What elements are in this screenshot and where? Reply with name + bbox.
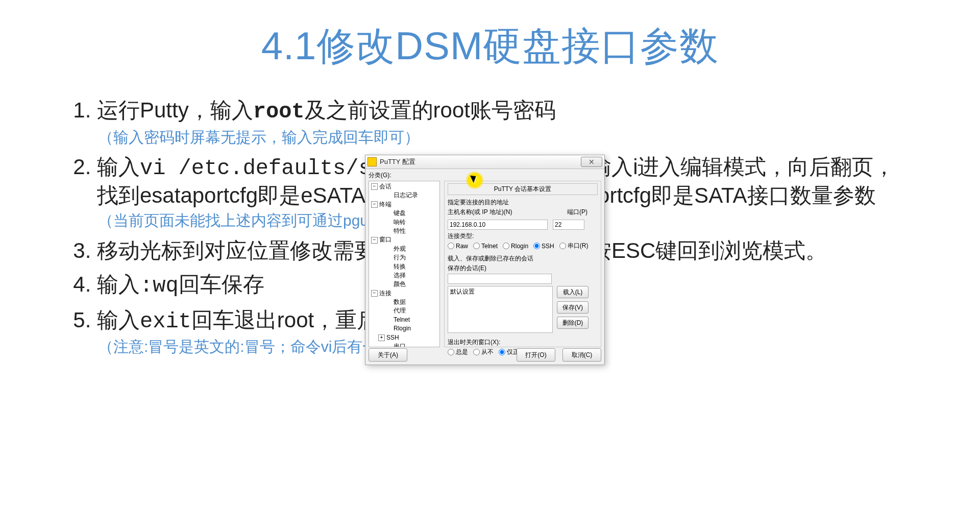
host-input[interactable] xyxy=(448,220,548,230)
tree-item[interactable]: −窗口 xyxy=(369,235,439,244)
port-label: 端口(P) xyxy=(567,208,598,217)
session-panel: PuTTY 会话基本设置 指定要连接的目的地址 主机名称(或 IP 地址)(N)… xyxy=(444,181,601,347)
radio-serial[interactable]: 串口(R) xyxy=(559,242,589,250)
tree-item-label: SSH xyxy=(386,334,399,341)
tree-item[interactable]: 行为 xyxy=(369,253,439,262)
tree-item[interactable]: Telnet xyxy=(369,316,439,324)
tree-item[interactable]: +SSH xyxy=(369,333,439,342)
panel-title: PuTTY 会话基本设置 xyxy=(448,183,598,195)
sessions-label: 载入、保存或删除已存在的会话 xyxy=(448,254,598,263)
tree-item-label: Telnet xyxy=(394,316,410,323)
radio-telnet[interactable]: Telnet xyxy=(473,242,498,250)
tree-item-label: 行为 xyxy=(394,254,406,261)
collapse-icon[interactable]: − xyxy=(371,237,378,244)
tree-item[interactable]: 外观 xyxy=(369,245,439,253)
tree-item-label: 选择 xyxy=(394,272,406,279)
putty-title: PuTTY 配置 xyxy=(380,157,581,166)
conn-type-label: 连接类型: xyxy=(448,232,598,241)
collapse-icon[interactable]: − xyxy=(371,183,378,190)
conn-type-radios: Raw Telnet Rlogin SSH 串口(R) xyxy=(448,242,598,250)
saved-label: 保存的会话(E) xyxy=(448,264,598,273)
open-button[interactable]: 打开(O) xyxy=(517,348,555,362)
putty-window[interactable]: PuTTY 配置 ✕ 分类(G): −会话日志记录−终端键盘响铃特性−窗口外观行… xyxy=(365,155,605,365)
saved-session-input[interactable] xyxy=(448,274,552,284)
instruction-main: 运行Putty，输入root及之前设置的root账号密码 xyxy=(97,98,556,122)
radio-ssh[interactable]: SSH xyxy=(533,242,554,250)
tree-item-label: 连接 xyxy=(379,290,391,297)
exit-label: 退出时关闭窗口(X): xyxy=(448,338,598,347)
saved-sessions-list[interactable]: 默认设置 xyxy=(448,286,553,333)
tree-item[interactable]: 响铃 xyxy=(369,218,439,227)
tree-item-label: 代理 xyxy=(394,307,406,314)
tree-item-label: Rlogin xyxy=(394,325,411,332)
slide: 4.1修改DSM硬盘接口参数 运行Putty，输入root及之前设置的root账… xyxy=(0,0,980,527)
tree-item[interactable]: 串口 xyxy=(369,342,439,347)
tree-item-label: 窗口 xyxy=(379,236,391,243)
port-input[interactable] xyxy=(553,220,584,230)
cancel-button[interactable]: 取消(C) xyxy=(562,348,601,362)
tree-item-label: 串口 xyxy=(394,343,406,347)
expand-icon[interactable]: + xyxy=(378,334,385,341)
tree-item-label: 转换 xyxy=(394,263,406,270)
collapse-icon[interactable]: − xyxy=(371,201,378,208)
tree-item[interactable]: 代理 xyxy=(369,306,439,315)
about-button[interactable]: 关于(A) xyxy=(369,348,407,362)
tree-item[interactable]: 颜色 xyxy=(369,280,439,289)
tree-item[interactable]: 日志记录 xyxy=(369,191,439,200)
bottom-bar: 关于(A) 打开(O) 取消(C) xyxy=(369,348,601,362)
tree-item-label: 响铃 xyxy=(394,219,406,226)
tree-item-label: 日志记录 xyxy=(394,191,418,199)
category-label: 分类(G): xyxy=(369,171,601,180)
tree-item[interactable]: −会话 xyxy=(369,182,439,191)
load-button[interactable]: 载入(L) xyxy=(557,286,589,298)
tree-item-label: 数据 xyxy=(394,298,406,305)
host-label: 主机名称(或 IP 地址)(N) xyxy=(448,208,562,217)
tree-item-label: 终端 xyxy=(379,201,391,208)
instruction-main: 输入:wq回车保存 xyxy=(97,272,264,296)
tree-item[interactable]: 选择 xyxy=(369,271,439,280)
save-button[interactable]: 保存(V) xyxy=(557,301,589,314)
tree-item-label: 键盘 xyxy=(394,209,406,217)
radio-raw[interactable]: Raw xyxy=(448,242,468,250)
instruction-item: 运行Putty，输入root及之前设置的root账号密码（输入密码时屏幕无提示，… xyxy=(97,97,914,147)
tree-item[interactable]: 转换 xyxy=(369,262,439,271)
collapse-icon[interactable]: − xyxy=(371,290,378,297)
putty-client: 分类(G): −会话日志记录−终端键盘响铃特性−窗口外观行为转换选择颜色−连接数… xyxy=(365,169,604,365)
tree-item-label: 外观 xyxy=(394,245,406,252)
radio-rlogin[interactable]: Rlogin xyxy=(503,242,528,250)
category-tree[interactable]: −会话日志记录−终端键盘响铃特性−窗口外观行为转换选择颜色−连接数据代理Teln… xyxy=(369,181,440,347)
tree-item-label: 颜色 xyxy=(394,280,406,288)
delete-button[interactable]: 删除(D) xyxy=(557,317,589,329)
tree-item[interactable]: −终端 xyxy=(369,200,439,209)
close-icon[interactable]: ✕ xyxy=(581,157,602,167)
tree-item[interactable]: 特性 xyxy=(369,227,439,235)
putty-titlebar[interactable]: PuTTY 配置 ✕ xyxy=(365,155,604,169)
tree-item[interactable]: −连接 xyxy=(369,289,439,298)
putty-icon xyxy=(368,157,377,166)
tree-item-label: 会话 xyxy=(379,183,391,190)
list-item[interactable]: 默认设置 xyxy=(450,288,550,296)
instruction-sub: （输入密码时屏幕无提示，输入完成回车即可） xyxy=(98,128,914,147)
slide-title: 4.1修改DSM硬盘接口参数 xyxy=(0,20,980,73)
tree-item-label: 特性 xyxy=(394,227,406,234)
tree-item[interactable]: 数据 xyxy=(369,298,439,306)
dest-label: 指定要连接的目的地址 xyxy=(448,198,598,207)
tree-item[interactable]: Rlogin xyxy=(369,324,439,333)
tree-item[interactable]: 键盘 xyxy=(369,209,439,218)
